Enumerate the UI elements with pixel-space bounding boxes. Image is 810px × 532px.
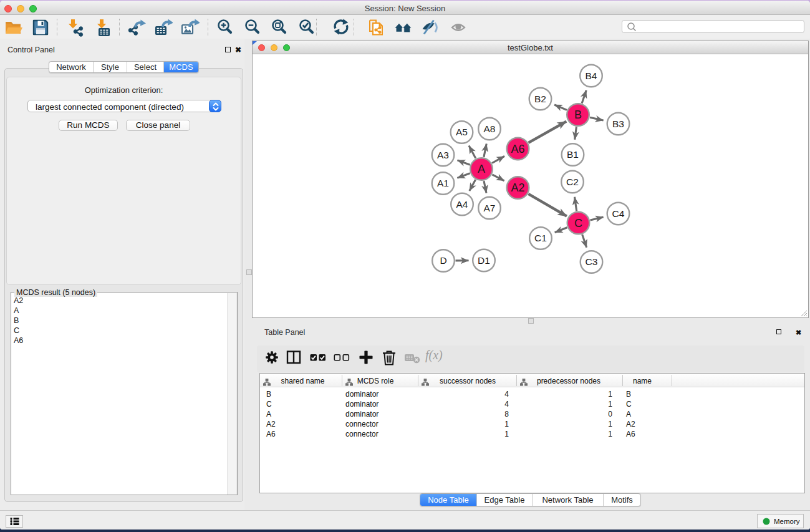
- svg-text:D1: D1: [478, 255, 490, 266]
- svg-text:B4: B4: [586, 70, 597, 81]
- svg-text:C1: C1: [534, 233, 547, 243]
- svg-text:A: A: [478, 163, 485, 175]
- svg-text:A6: A6: [511, 143, 524, 155]
- svg-text:A7: A7: [484, 203, 496, 213]
- svg-text:A3: A3: [437, 150, 449, 160]
- svg-text:A1: A1: [437, 178, 449, 188]
- svg-text:A4: A4: [456, 199, 468, 210]
- svg-text:B3: B3: [612, 118, 624, 129]
- svg-text:B2: B2: [534, 94, 546, 104]
- svg-text:D: D: [440, 255, 446, 266]
- svg-text:C2: C2: [566, 177, 579, 187]
- svg-text:B: B: [574, 109, 582, 121]
- svg-text:C3: C3: [586, 256, 598, 267]
- svg-text:C: C: [574, 217, 582, 230]
- svg-text:A8: A8: [484, 123, 496, 134]
- svg-text:A5: A5: [456, 127, 468, 137]
- svg-text:B1: B1: [567, 149, 579, 160]
- svg-text:C4: C4: [612, 208, 625, 219]
- svg-text:A2: A2: [511, 181, 524, 194]
